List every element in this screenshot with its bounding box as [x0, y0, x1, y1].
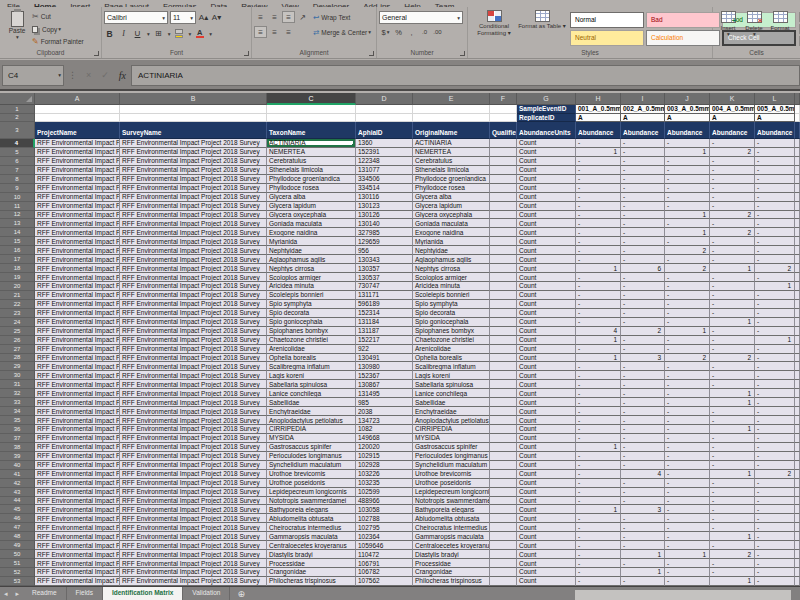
- cell-K46[interactable]: -: [710, 514, 755, 523]
- cell-B47[interactable]: RFF Environmental Impact Project 2018 Su…: [120, 523, 267, 532]
- cell-I44[interactable]: -: [621, 497, 665, 506]
- cell-M18[interactable]: [795, 264, 800, 273]
- cell-H18[interactable]: 1: [576, 264, 621, 273]
- cell-J41[interactable]: -: [665, 470, 710, 479]
- cell-A27[interactable]: RFF Environmental Impact Project: [35, 345, 120, 354]
- cell-G19[interactable]: Count: [517, 273, 576, 282]
- cell-G38[interactable]: Count: [517, 443, 576, 452]
- cell-L23[interactable]: -: [755, 309, 795, 318]
- cell-F41[interactable]: [490, 470, 517, 479]
- cell-I37[interactable]: -: [621, 434, 665, 443]
- sheet-next-icon[interactable]: ▸: [12, 587, 24, 600]
- cell-G34[interactable]: Count: [517, 407, 576, 416]
- select-all-button[interactable]: [0, 93, 35, 105]
- cell-D51[interactable]: 106791: [356, 559, 413, 568]
- cell-L27[interactable]: -: [755, 345, 795, 354]
- cell-M32[interactable]: [795, 389, 800, 398]
- cell-M21[interactable]: [795, 291, 800, 300]
- row-header-6[interactable]: 6: [0, 157, 35, 166]
- cell-F16[interactable]: [490, 246, 517, 255]
- cell-D15[interactable]: 129659: [356, 237, 413, 246]
- cell-A12[interactable]: RFF Environmental Impact Project: [35, 211, 120, 220]
- cell-H35[interactable]: -: [576, 416, 621, 425]
- cell-A13[interactable]: RFF Environmental Impact Project: [35, 219, 120, 228]
- cell-E29[interactable]: Scalibregma inflatum: [413, 362, 490, 371]
- cell-E32[interactable]: Lanice conchilega: [413, 389, 490, 398]
- cell-L9[interactable]: -: [755, 184, 795, 193]
- cell-I45[interactable]: 3: [621, 505, 665, 514]
- cell-H12[interactable]: -: [576, 211, 621, 220]
- cell-A16[interactable]: RFF Environmental Impact Project: [35, 246, 120, 255]
- cell-I10[interactable]: -: [621, 193, 665, 202]
- cell-L40[interactable]: -: [755, 461, 795, 470]
- cell-A32[interactable]: RFF Environmental Impact Project: [35, 389, 120, 398]
- cell-K51[interactable]: -: [710, 559, 755, 568]
- increase-decimal-button[interactable]: .0: [418, 26, 431, 38]
- cell-H52[interactable]: -: [576, 568, 621, 577]
- cell-H49[interactable]: -: [576, 541, 621, 550]
- cell-L34[interactable]: -: [755, 407, 795, 416]
- cell-F22[interactable]: [490, 300, 517, 309]
- sheet-tab-readme[interactable]: Readme: [23, 587, 67, 600]
- cell-A20[interactable]: RFF Environmental Impact Project: [35, 282, 120, 291]
- cell-K32[interactable]: 1: [710, 389, 755, 398]
- cell-L1[interactable]: 005_A_0.5mm: [755, 105, 795, 114]
- grow-font-button[interactable]: A▴: [198, 11, 209, 24]
- cell-B5[interactable]: RFF Environmental Impact Project 2018 Su…: [120, 148, 267, 157]
- row-header-11[interactable]: 11: [0, 202, 35, 211]
- cell-H43[interactable]: -: [576, 488, 621, 497]
- cell-D38[interactable]: 120020: [356, 443, 413, 452]
- underline-dropdown-icon[interactable]: ▾: [147, 31, 150, 37]
- cell-A1[interactable]: [35, 105, 120, 114]
- cell-L49[interactable]: -: [755, 541, 795, 550]
- cell-B2[interactable]: [120, 114, 267, 123]
- cell-E39[interactable]: Perioculodes longimanus: [413, 452, 490, 461]
- cell-B18[interactable]: RFF Environmental Impact Project 2018 Su…: [120, 264, 267, 273]
- cell-L32[interactable]: -: [755, 389, 795, 398]
- cell-G35[interactable]: Count: [517, 416, 576, 425]
- cell-J25[interactable]: 1: [665, 327, 710, 336]
- cell-I47[interactable]: -: [621, 523, 665, 532]
- fill-color-button[interactable]: [174, 27, 185, 40]
- cell-D53[interactable]: 107562: [356, 577, 413, 586]
- cell-L10[interactable]: -: [755, 193, 795, 202]
- table-header-surveyname[interactable]: SurveyName: [120, 122, 267, 139]
- cell-C33[interactable]: Sabellidae: [267, 398, 356, 407]
- cell-A35[interactable]: RFF Environmental Impact Project: [35, 416, 120, 425]
- cell-C13[interactable]: Goniada maculata: [267, 219, 356, 228]
- cell-H51[interactable]: -: [576, 559, 621, 568]
- row-header-48[interactable]: 48: [0, 532, 35, 541]
- cell-E38[interactable]: Gastrosaccus spinifer: [413, 443, 490, 452]
- cell-H23[interactable]: -: [576, 309, 621, 318]
- cell-F35[interactable]: [490, 416, 517, 425]
- cell-L48[interactable]: -: [755, 532, 795, 541]
- cell-F11[interactable]: [490, 202, 517, 211]
- table-header-abundanceunits[interactable]: AbundanceUnits: [517, 122, 576, 139]
- cell-E24[interactable]: Spio goniocephala: [413, 318, 490, 327]
- row-header-46[interactable]: 46: [0, 514, 35, 523]
- cell-J23[interactable]: -: [665, 309, 710, 318]
- underline-button[interactable]: U: [132, 27, 143, 40]
- cell-F26[interactable]: [490, 336, 517, 345]
- cell-J30[interactable]: -: [665, 371, 710, 380]
- cell-F9[interactable]: [490, 184, 517, 193]
- cell-E26[interactable]: Chaetozone christiei: [413, 336, 490, 345]
- cell-C8[interactable]: Phyllodoce groenlandica: [267, 175, 356, 184]
- cell-I30[interactable]: -: [621, 371, 665, 380]
- cell-C24[interactable]: Spio goniocephala: [267, 318, 356, 327]
- row-header-13[interactable]: 13: [0, 219, 35, 228]
- cell-G47[interactable]: Count: [517, 523, 576, 532]
- cell-L17[interactable]: -: [755, 255, 795, 264]
- cell-C41[interactable]: Urothoe brevicornis: [267, 470, 356, 479]
- percent-button[interactable]: %: [392, 26, 405, 38]
- cell-E35[interactable]: Anoplodactylus petiolatus: [413, 416, 490, 425]
- cell-M40[interactable]: [795, 461, 800, 470]
- cell-M25[interactable]: [795, 327, 800, 336]
- cell-M43[interactable]: [795, 488, 800, 497]
- cell-B37[interactable]: RFF Environmental Impact Project 2018 Su…: [120, 434, 267, 443]
- cell-F21[interactable]: [490, 291, 517, 300]
- cell-B46[interactable]: RFF Environmental Impact Project 2018 Su…: [120, 514, 267, 523]
- cell-B33[interactable]: RFF Environmental Impact Project 2018 Su…: [120, 398, 267, 407]
- row-header-47[interactable]: 47: [0, 523, 35, 532]
- table-header-abundance[interactable]: Abundance: [621, 122, 665, 139]
